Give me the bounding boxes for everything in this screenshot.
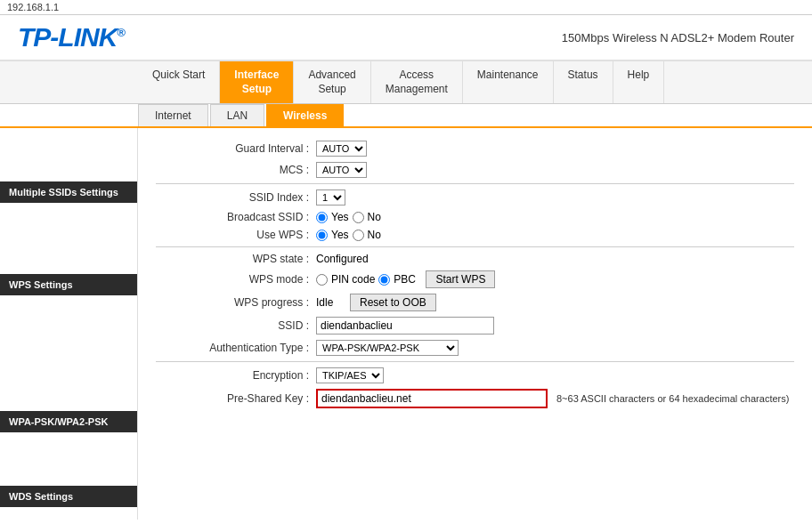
wps-mode-control: PIN code PBC Start WPS [316, 270, 495, 288]
encryption-select[interactable]: TKIP/AES [316, 367, 384, 383]
broadcast-ssid-label: Broadcast SSID : [156, 211, 316, 223]
ssid-row: SSID : [156, 317, 794, 335]
encryption-label: Encryption : [156, 369, 316, 382]
encryption-row: Encryption : TKIP/AES [156, 367, 794, 383]
nav-advanced-setup[interactable]: AdvancedSetup [294, 61, 370, 103]
auth-type-select[interactable]: WPA-PSK/WPA2-PSK [316, 340, 459, 356]
pre-shared-key-label: Pre-Shared Key : [156, 392, 316, 405]
sidebar-multiple-ssids: Multiple SSIDs Settings [0, 181, 137, 203]
start-wps-button[interactable]: Start WPS [426, 270, 495, 288]
mcs-label: MCS : [156, 164, 316, 176]
wps-mode-label: WPS mode : [156, 273, 316, 286]
wps-state-label: WPS state : [156, 253, 316, 265]
nav-interface-setup[interactable]: InterfaceSetup [220, 61, 294, 103]
broadcast-ssid-row: Broadcast SSID : Yes No [156, 211, 794, 223]
nav-maintenance[interactable]: Maintenance [463, 61, 554, 103]
wps-mode-pin-label: PIN code [331, 273, 375, 286]
use-wps-row: Use WPS : Yes No [156, 229, 794, 241]
nav-status[interactable]: Status [554, 61, 613, 103]
use-wps-no-label: No [368, 229, 381, 241]
top-bar: 192.168.1.1 [0, 0, 812, 15]
guard-interval-row: Guard Interval : AUTO [156, 141, 794, 157]
sidebar-wds-settings: WDS Settings [0, 486, 137, 507]
ssid-index-select[interactable]: 1 [316, 189, 345, 206]
header: TP-LINK® 150Mbps Wireless N ADSL2+ Modem… [0, 15, 812, 61]
broadcast-ssid-control: Yes No [316, 211, 381, 223]
ip-address: 192.168.1.1 [7, 2, 59, 12]
use-wps-yes-label: Yes [331, 229, 349, 241]
ssid-index-control: 1 [316, 189, 345, 206]
pre-shared-key-input[interactable] [316, 389, 548, 408]
mcs-select[interactable]: AUTO [316, 162, 367, 178]
ssid-label: SSID : [156, 319, 316, 332]
wps-state-value: Configured [316, 253, 369, 265]
use-wps-control: Yes No [316, 229, 381, 241]
divider-1 [156, 183, 794, 184]
product-name: 150Mbps Wireless N ADSL2+ Modem Router [562, 31, 794, 44]
ssid-control [316, 317, 494, 335]
nav-quick-start[interactable]: Quick Start [138, 61, 220, 103]
auth-type-label: Authentication Type : [156, 342, 316, 354]
wps-mode-pbc-label: PBC [394, 273, 416, 286]
wps-progress-control: Idle Reset to OOB [316, 294, 436, 311]
subnav-wireless[interactable]: Wireless [266, 104, 344, 126]
pre-shared-key-control: 8~63 ASCII characters or 64 hexadecimal … [316, 389, 789, 408]
reset-oob-button[interactable]: Reset to OOB [350, 294, 436, 311]
divider-3 [156, 361, 794, 362]
nav-bar: Quick Start InterfaceSetup AdvancedSetup… [0, 61, 812, 104]
broadcast-ssid-no-radio[interactable] [353, 212, 364, 223]
wps-progress-value: Idle [316, 296, 333, 309]
broadcast-ssid-no-label: No [368, 211, 381, 223]
content-area: Guard Interval : AUTO MCS : AUTO [138, 128, 812, 520]
logo: TP-LINK® [18, 22, 125, 52]
wps-mode-row: WPS mode : PIN code PBC Start WPS [156, 270, 794, 288]
nav-access-management[interactable]: AccessManagement [371, 61, 463, 103]
main-area: Multiple SSIDs Settings WPS Settings WPA… [0, 128, 812, 520]
sidebar: Multiple SSIDs Settings WPS Settings WPA… [0, 128, 138, 520]
logo-reg: ® [117, 26, 125, 39]
wps-mode-pin-radio[interactable] [316, 274, 328, 286]
guard-interval-control: AUTO [316, 141, 367, 157]
ssid-index-label: SSID Index : [156, 191, 316, 204]
guard-interval-label: Guard Interval : [156, 142, 316, 155]
wps-mode-pbc-radio[interactable] [378, 274, 390, 286]
ssid-input[interactable] [316, 317, 494, 335]
mcs-control: AUTO [316, 162, 367, 178]
subnav-internet[interactable]: Internet [138, 104, 208, 126]
sidebar-wps-settings: WPS Settings [0, 274, 137, 295]
use-wps-label: Use WPS : [156, 229, 316, 241]
wps-state-row: WPS state : Configured [156, 253, 794, 265]
subnav-lan[interactable]: LAN [210, 104, 264, 126]
auth-type-row: Authentication Type : WPA-PSK/WPA2-PSK [156, 340, 794, 356]
use-wps-no-radio[interactable] [353, 230, 364, 241]
wps-progress-row: WPS progress : Idle Reset to OOB [156, 294, 794, 311]
nav-help[interactable]: Help [613, 61, 665, 103]
divider-2 [156, 246, 794, 247]
ssid-index-row: SSID Index : 1 [156, 189, 794, 206]
sub-nav: Internet LAN Wireless [0, 104, 812, 128]
auth-type-control: WPA-PSK/WPA2-PSK [316, 340, 459, 356]
mcs-row: MCS : AUTO [156, 162, 794, 178]
wps-progress-label: WPS progress : [156, 296, 316, 309]
broadcast-ssid-yes-radio[interactable] [316, 212, 328, 223]
broadcast-ssid-yes-label: Yes [331, 211, 349, 223]
use-wps-yes-radio[interactable] [316, 230, 328, 241]
encryption-control: TKIP/AES [316, 367, 384, 383]
sidebar-wpa-psk: WPA-PSK/WPA2-PSK [0, 411, 137, 432]
pre-shared-key-row: Pre-Shared Key : 8~63 ASCII characters o… [156, 389, 794, 408]
key-hint: 8~63 ASCII characters or 64 hexadecimal … [556, 393, 789, 404]
guard-interval-select[interactable]: AUTO [316, 141, 367, 157]
